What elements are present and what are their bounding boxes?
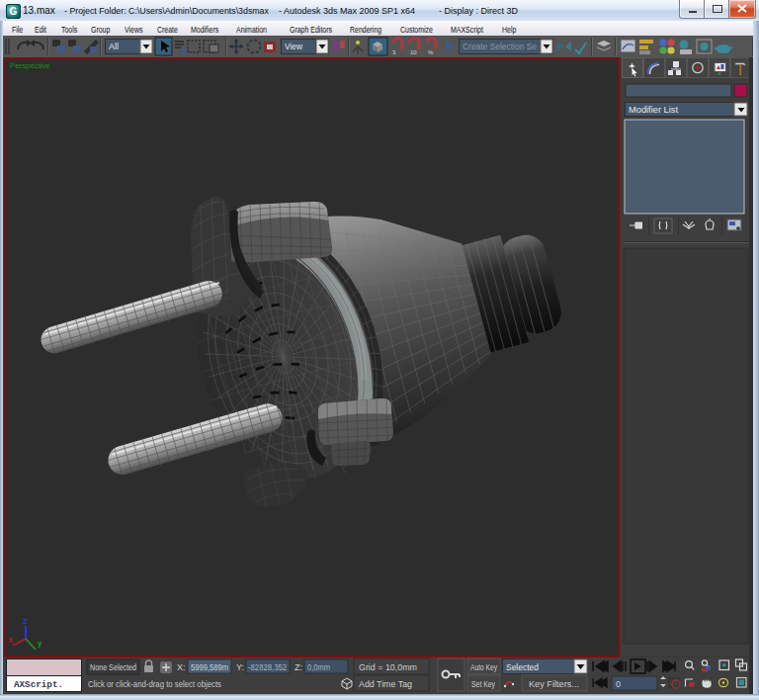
svg-text:Modifier List: Modifier List: [629, 104, 678, 115]
svg-text:All: All: [109, 42, 119, 51]
svg-text:10: 10: [410, 49, 417, 55]
svg-text:0: 0: [616, 679, 621, 689]
svg-text:X:: X:: [177, 662, 186, 672]
svg-text:Y:: Y:: [236, 662, 244, 672]
svg-text:Create Selection Se: Create Selection Se: [463, 42, 537, 51]
svg-text:Auto Key: Auto Key: [470, 662, 498, 672]
svg-text:Click or click-and-drag to sel: Click or click-and-drag to select object…: [88, 679, 221, 689]
svg-text:0,0mm: 0,0mm: [307, 662, 330, 672]
svg-text:AXScript.: AXScript.: [14, 679, 63, 690]
svg-text:-82828,352: -82828,352: [248, 662, 287, 672]
svg-text:3: 3: [392, 49, 396, 55]
svg-text:Selected: Selected: [506, 662, 539, 672]
svg-text:Z: Z: [23, 617, 28, 626]
svg-text:None Selected: None Selected: [90, 662, 136, 672]
svg-text:5999,589m: 5999,589m: [191, 662, 228, 672]
svg-text:View: View: [285, 42, 302, 51]
svg-text:Set Key: Set Key: [471, 679, 496, 689]
svg-text:X: X: [8, 636, 14, 645]
svg-text:Grid = 10,0mm: Grid = 10,0mm: [359, 662, 417, 672]
svg-text:Z:: Z:: [295, 662, 302, 672]
svg-text:y: y: [38, 639, 42, 648]
svg-text:Key Filters...: Key Filters...: [529, 679, 579, 689]
svg-text:Add Time Tag: Add Time Tag: [359, 679, 412, 689]
svg-text:%: %: [428, 49, 434, 55]
